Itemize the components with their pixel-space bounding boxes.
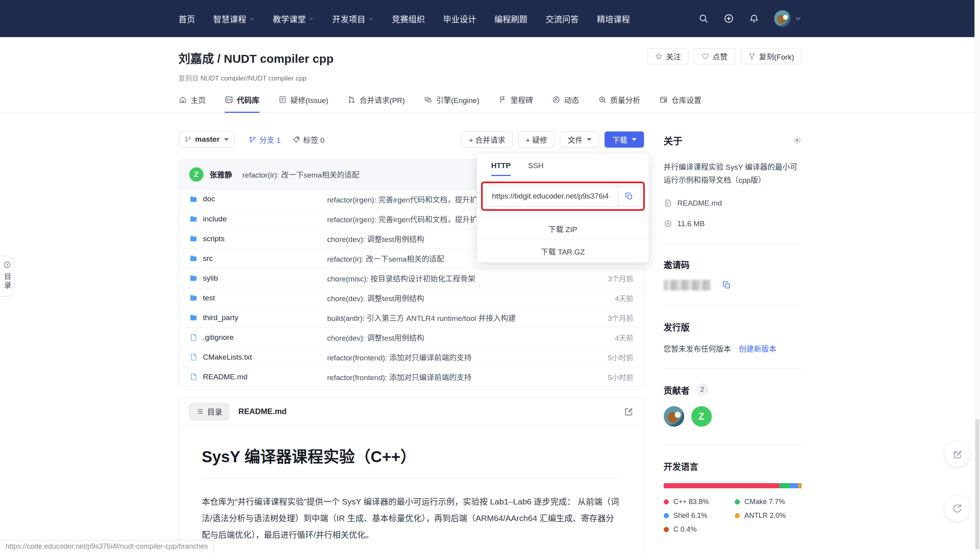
committer-name[interactable]: 张雅静 [210,169,232,180]
file-name[interactable]: src [203,254,213,263]
user-avatar[interactable] [774,10,802,27]
bell-icon[interactable] [749,13,759,24]
scrollbar-thumb[interactable] [975,419,979,549]
file-icon [189,373,198,381]
branches-link[interactable]: 分支 1 [249,134,281,145]
committer-avatar[interactable]: Z [189,167,203,182]
like-button[interactable]: 点赞 [694,48,735,64]
tab-engine[interactable]: 引擎(Engine) [424,94,480,113]
language-legend-ANTLR: ANTLR 2.0% [735,512,802,520]
toc-side-pill[interactable]: 目录 [0,256,14,297]
clone-url-input[interactable] [486,186,618,206]
tab-milestone[interactable]: 里程碑 [498,94,533,113]
file-row-test[interactable]: testchore(dev): 调整test用例结构4天前 [179,288,644,307]
chevron-down-icon [249,16,255,22]
nav-item-7[interactable]: 编程刷题 [495,13,528,24]
fork-source-repo[interactable]: NUDT compiler/NUDT compiler cpp [200,75,306,82]
tab-code[interactable]: 代码库 [225,94,259,113]
nav-item-6[interactable]: 毕业设计 [443,13,476,24]
plus-circle-icon[interactable] [724,13,734,24]
copy-invite-button[interactable] [722,281,731,290]
milestone-icon [498,96,507,104]
copy-icon [625,192,633,201]
divider [664,369,802,369]
file-commit-message[interactable]: build(antlr): 引入第三方 ANTLR4 runtime/tool … [327,312,578,323]
file-commit-message[interactable]: chore(dev): 调整test用例结构 [327,332,578,343]
gear-icon[interactable] [793,136,802,145]
releases-empty-text: 您暂未发布任何版本 [664,343,731,354]
create-release-link[interactable]: 创建新版本 [739,343,777,354]
file-name[interactable]: README.md [203,373,248,381]
fork-source-label: 复刻自 [179,75,199,82]
language-bar-segment-Shell [790,483,798,488]
nav-item-2[interactable]: 智慧课程 [213,13,255,24]
tab-home[interactable]: 主页 [179,94,206,113]
copy-url-button[interactable] [618,186,640,206]
nav-item-5[interactable]: 竞赛组织 [392,13,425,24]
contributor-avatar[interactable]: Z [691,406,712,427]
file-menu-label: 文件 [567,134,582,145]
branch-selector[interactable]: master [179,131,235,148]
nav-item-label: 首页 [179,13,195,24]
file-name[interactable]: test [203,294,215,302]
language-dot [735,513,740,518]
file-name[interactable]: doc [203,195,215,203]
tab-http[interactable]: HTTP [491,161,511,176]
top-navbar: 首页智慧课程教学课堂开发项目竞赛组织毕业设计编程刷题交流问答精培课程 [0,0,980,37]
tab-ssh[interactable]: SSH [528,161,543,176]
file-name[interactable]: third_party [203,313,239,322]
nav-item-9[interactable]: 精培课程 [597,13,630,24]
language-legend-Shell: Shell 6.1% [664,512,735,520]
edit-icon[interactable] [624,407,633,416]
file-commit-message[interactable]: refactor(frontend): 添加对只编译前端的支持 [327,371,578,382]
file-name[interactable]: CMakeLists.txt [203,353,252,362]
file-commit-message[interactable]: refactor(frontend): 添加对只编译前端的支持 [327,352,578,362]
download-button[interactable]: 下载 [605,131,644,148]
nav-item-1[interactable]: 首页 [179,13,195,24]
file-row-README.md[interactable]: README.mdrefactor(frontend): 添加对只编译前端的支持… [179,367,644,386]
file-icon [189,333,198,341]
file-row-CMakeLists.txt[interactable]: CMakeLists.txtrefactor(frontend): 添加对只编译… [179,347,644,367]
feedback-fab[interactable] [945,441,970,467]
file-row-sylib[interactable]: sylibchore(misc): 按目录结构设计初始化工程骨架3个月前 [179,268,644,288]
tab-settings[interactable]: 仓库设置 [659,94,702,113]
file-name[interactable]: scripts [203,234,225,243]
language-label: C 0.4% [674,525,697,534]
fork-button[interactable]: 复刻(Fork) [741,48,802,64]
new-issue-button[interactable]: + 疑修 [518,131,554,148]
file-commit-message[interactable]: chore(misc): 按目录结构设计初始化工程骨架 [327,273,578,283]
watch-button[interactable]: 关注 [648,48,689,64]
toc-button[interactable]: 目录 [189,403,229,420]
scrollbar[interactable] [974,0,980,553]
file-menu-button[interactable]: 文件 [560,131,599,148]
tab-quality[interactable]: 质量分析 [598,94,640,113]
share-fab[interactable] [945,496,970,521]
file-row-.gitignore[interactable]: .gitignorechore(dev): 调整test用例结构4天前 [179,327,644,347]
new-issue-label: + 疑修 [526,134,547,145]
file-commit-message[interactable]: chore(dev): 调整test用例结构 [327,292,578,303]
tab-activity[interactable]: 动态 [552,94,579,113]
file-name[interactable]: .gitignore [203,333,234,342]
file-name[interactable]: sylib [203,274,218,283]
tags-link[interactable]: 标签 0 [293,134,325,145]
file-row-third_party[interactable]: third_partybuild(antlr): 引入第三方 ANTLR4 ru… [179,307,644,327]
nav-item-label: 编程刷题 [495,13,528,24]
download-targz-item[interactable]: 下载 TAR.GZ [477,240,649,262]
nav-item-label: 交流问答 [546,13,579,24]
tags-label: 标签 0 [303,134,325,145]
tab-label: 仓库设置 [672,94,702,105]
contributor-avatar[interactable] [664,406,684,427]
search-icon[interactable] [698,13,709,24]
nav-item-3[interactable]: 教学课堂 [273,13,314,24]
nav-item-4[interactable]: 开发项目 [332,13,374,24]
tab-issue[interactable]: 疑修(Issue) [278,94,329,113]
download-zip-item[interactable]: 下载 ZIP [477,217,649,240]
commit-message[interactable]: refactor(ir): 改一下sema相关的适配 [243,169,360,180]
folder-icon [189,274,198,282]
nav-item-8[interactable]: 交流问答 [546,13,579,24]
contributors-count-badge: 2 [696,383,709,396]
readme-link[interactable]: README.md [664,199,802,208]
new-pr-button[interactable]: + 合并请求 [461,131,513,148]
tab-pr[interactable]: 合并请求(PR) [347,94,405,113]
file-name[interactable]: include [203,215,227,223]
